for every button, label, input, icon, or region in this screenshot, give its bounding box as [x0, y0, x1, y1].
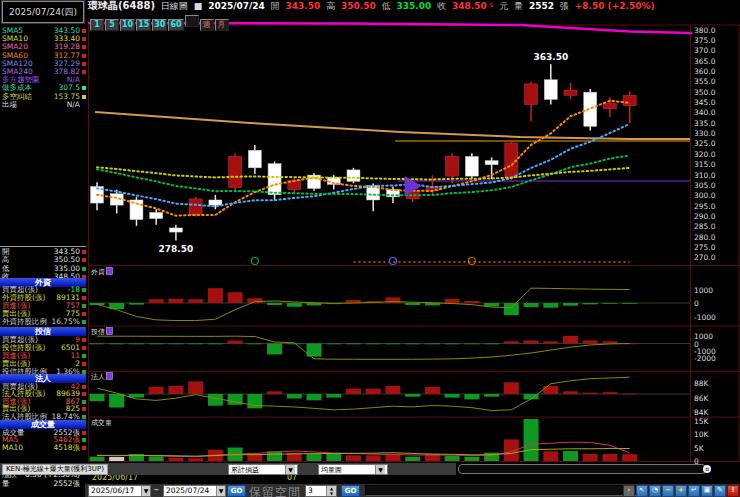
chevron-down-icon[interactable]: ▼ [285, 465, 295, 474]
interval-button-1[interactable]: 1 [90, 19, 104, 31]
strategy-tab[interactable]: KEN-極光線+爆大量(獲利3UP) [2, 464, 108, 475]
volume-bar [307, 454, 322, 461]
scrollbar-knob[interactable]: o [703, 465, 711, 473]
status-square-icon [82, 446, 86, 450]
status-square-icon [82, 250, 86, 254]
ma-row-出場-label: 出場 [2, 101, 17, 109]
zoom-in-icon[interactable]: + [675, 485, 687, 497]
panel-settings-icon [106, 328, 112, 335]
trust-bar [109, 344, 124, 345]
stepper-arrows[interactable]: ▲ ▼ [326, 486, 336, 496]
sma10-dotted-line [97, 124, 630, 206]
interval-button-30[interactable]: 30 [152, 19, 167, 31]
go-button[interactable]: GO [227, 485, 246, 497]
chevron-down-icon[interactable]: ▼ [141, 486, 150, 496]
settle-flag: s [490, 1, 494, 9]
status-input[interactable] [365, 485, 642, 496]
candle-body [248, 150, 261, 168]
interval-button-15[interactable]: 15 [136, 19, 151, 31]
stepper-down-icon[interactable]: ▼ [327, 491, 336, 496]
calendar-icon: ■ [194, 1, 203, 11]
price-axis-label: 310.0 [694, 171, 716, 180]
volume-bar [563, 451, 578, 461]
quote-date: 2025/07/24 [208, 1, 265, 11]
divider-button[interactable]: › [623, 485, 635, 497]
trend-circle-marker [389, 258, 396, 265]
candle-body [584, 92, 597, 126]
foreign-bar [445, 299, 460, 303]
price-axis-label: 330.0 [694, 129, 716, 138]
date-from-value: 2025/06/17 [89, 486, 141, 496]
institutional-bar [405, 394, 420, 397]
trust-bar [563, 336, 578, 344]
interval-button-60[interactable]: 60 [168, 19, 183, 31]
clock-icon[interactable]: ◔ [649, 485, 661, 497]
volume-axis-label: 10K [694, 430, 710, 439]
price-axis-label: 345.0 [694, 98, 716, 107]
volume-axis-label: 15K [694, 417, 710, 426]
status-square-icon [82, 438, 86, 442]
candle-body [229, 156, 242, 187]
interval-button-5[interactable]: 5 [105, 19, 119, 31]
foreign-axis-label: 0 [694, 299, 699, 308]
trust-bar [267, 344, 282, 355]
volume-bar [464, 457, 479, 461]
price-axis-label: 305.0 [694, 181, 716, 190]
price-axis-label: 365.0 [694, 57, 716, 66]
return-icon[interactable]: ↵ [688, 485, 700, 497]
zoom-out-icon[interactable]: − [662, 485, 674, 497]
institutional-bar [543, 386, 558, 394]
date-to-picker[interactable]: 2025/07/24▼ [163, 485, 226, 497]
price-annotation: 278.50 [159, 244, 194, 254]
alert-bell-icon[interactable]: ! [727, 485, 739, 497]
indicator-dropdown-2-value: 均量圖 [319, 466, 375, 475]
interval-button-blank[interactable] [185, 15, 199, 27]
price-axis-label: 355.0 [694, 77, 716, 86]
price-axis-label: 290.0 [694, 212, 716, 221]
high-value: 350.50 [341, 1, 376, 11]
foreign-bar [149, 299, 164, 303]
interval-button-10[interactable]: 10 [120, 19, 135, 31]
trust-bar [583, 340, 598, 343]
cursor-icon[interactable]: ↖ [636, 485, 648, 497]
period-button-月[interactable]: 月 [215, 19, 229, 31]
footer-volume-row: 量2552張 [0, 480, 87, 488]
trust-bar [346, 344, 361, 345]
foreign-axis-label: -1000 [694, 313, 716, 322]
section-row-value: 16.75% [51, 318, 80, 326]
chart-scrollbar[interactable]: o [458, 464, 706, 474]
pencil-icon[interactable]: ✎ [714, 485, 726, 497]
chevron-down-icon[interactable]: ▼ [375, 465, 385, 474]
low-label: 低 [382, 1, 391, 11]
foreign-bar [543, 303, 558, 308]
reserve-space-value: 3 [308, 486, 313, 496]
foreign-bar [504, 303, 519, 315]
chevron-down-icon[interactable]: ▼ [216, 486, 225, 496]
indicator-dropdown-2[interactable]: 均量圖▼ [318, 464, 388, 475]
fullscreen-icon[interactable]: ▣ [701, 485, 713, 497]
status-square-icon [82, 431, 86, 435]
volume-bar [188, 458, 203, 461]
foreign-axis-label: 1000 [694, 286, 713, 295]
foreign-bar [583, 303, 598, 304]
institutional-axis-label: 86K [694, 394, 710, 403]
unit-label: 元 [499, 1, 508, 11]
trend-circle-marker [468, 258, 475, 265]
foreign-bar [405, 303, 420, 305]
indicator-dropdown-1[interactable]: 累計損益▼ [228, 464, 298, 475]
candle-body [189, 199, 202, 215]
candle-body [446, 156, 459, 176]
foreign-bar [168, 299, 183, 303]
status-square-icon [82, 320, 86, 324]
reserve-space-stepper[interactable]: 3 ▲ ▼ [305, 485, 337, 497]
ma-row-出場: 出場N/A [0, 101, 87, 109]
foreign-bar [267, 303, 282, 305]
period-button-週[interactable]: 週 [200, 19, 214, 31]
foreign-bar [602, 303, 617, 304]
trust-cumulative-line [97, 336, 630, 359]
price-axis-label: 320.0 [694, 150, 716, 159]
institutional-bar [109, 394, 124, 408]
date-from-picker[interactable]: 2025/06/17▼ [88, 485, 151, 497]
candle-body [603, 104, 616, 109]
go-button-2[interactable]: GO [341, 485, 360, 497]
